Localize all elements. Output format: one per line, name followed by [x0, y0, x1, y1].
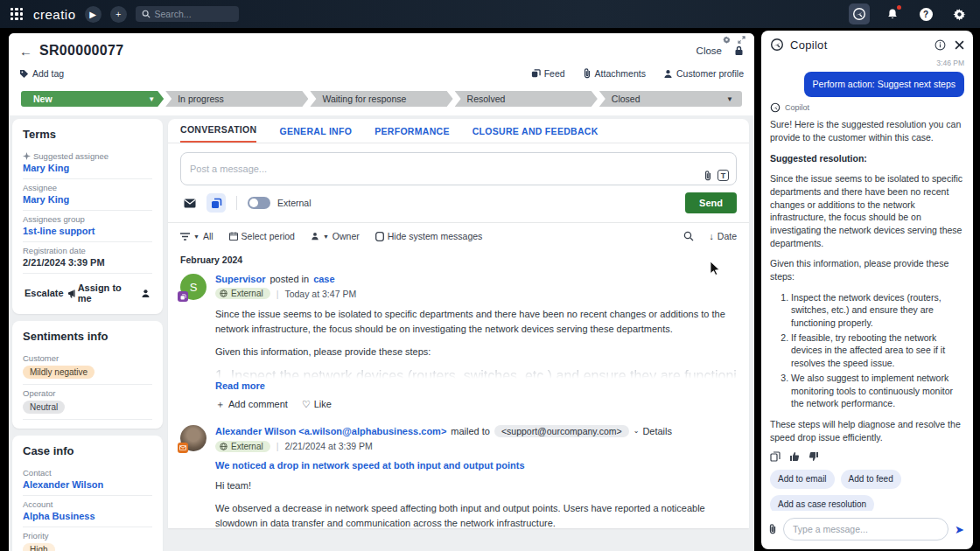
tab-closure-feedback[interactable]: CLOSURE AND FEEDBACK: [472, 126, 598, 143]
feed-message-supervisor: S Supervisor posted in case: [180, 274, 737, 411]
case-header: ← SR00000077 Close Add tag Feed Attachme…: [9, 33, 754, 115]
copilot-attach-icon[interactable]: [768, 524, 777, 534]
notifications-button[interactable]: [882, 3, 903, 24]
hide-system-messages-toggle[interactable]: Hide system messages: [375, 231, 483, 241]
copilot-toggle-button[interactable]: [849, 3, 870, 24]
contact-field[interactable]: Contact Alexander Wilson: [23, 464, 152, 496]
assign-to-me-button[interactable]: Assign to me: [78, 282, 150, 303]
message-composer[interactable]: Post a message... T: [180, 152, 737, 185]
calendar-icon: [229, 232, 238, 241]
account-field[interactable]: Account Alpha Business: [23, 496, 152, 527]
chip-add-as-case-resolution[interactable]: Add as case resolution: [770, 495, 874, 511]
copilot-icon: [852, 7, 866, 21]
tab-conversation[interactable]: CONVERSATION: [180, 124, 256, 143]
priority-field[interactable]: Priority High: [23, 527, 152, 551]
stage-resolved[interactable]: Resolved: [455, 91, 598, 107]
registration-date-field[interactable]: Registration date 2/21/2024 3:39 PM: [23, 242, 152, 274]
operator-sentiment-field: Operator Neutral: [23, 385, 152, 420]
composer-placeholder: Post a message...: [190, 164, 267, 174]
person-icon: [663, 69, 673, 79]
message-paragraph: Given this information, please provide t…: [215, 345, 737, 359]
message-feed[interactable]: February 2024 S Supervisor posted in cas: [168, 249, 749, 528]
email-channel-button[interactable]: [180, 193, 200, 213]
operator-sentiment-badge: Neutral: [23, 401, 65, 414]
copilot-message-input[interactable]: [783, 518, 948, 541]
email-author-link[interactable]: Alexander Wilson <a.wilson@alphabusiness…: [215, 426, 446, 436]
close-icon[interactable]: [955, 40, 964, 50]
help-button[interactable]: ?: [915, 3, 936, 24]
tab-performance[interactable]: PERFORMANCE: [374, 126, 450, 143]
feed-channel-button[interactable]: [206, 193, 226, 213]
read-more-link[interactable]: Read more: [215, 380, 737, 391]
format-text-icon[interactable]: T: [718, 170, 729, 181]
search-placeholder: Search...: [155, 9, 192, 19]
run-process-button[interactable]: ▶: [85, 6, 102, 23]
message-time: 2/21/2024 at 3:39 PM: [284, 441, 372, 451]
chip-add-to-feed[interactable]: Add to feed: [841, 470, 901, 489]
filter-select-period[interactable]: Select period: [229, 231, 295, 241]
email-details-toggle[interactable]: ⌄ Details: [634, 426, 672, 436]
add-comment-button[interactable]: ＋ Add comment: [215, 398, 288, 411]
tab-general-info[interactable]: GENERAL INFO: [279, 126, 352, 143]
send-button[interactable]: Send: [685, 192, 737, 213]
message-author-link[interactable]: Supervisor: [215, 274, 265, 284]
filter-all[interactable]: ▼ All: [180, 231, 214, 241]
copilot-conversation[interactable]: 3:46 PM Perform action: Suggest next ste…: [761, 57, 973, 511]
expand-icon[interactable]: [738, 36, 746, 44]
sentiments-title: Sentiments info: [23, 330, 152, 343]
settings-button[interactable]: [948, 3, 970, 24]
message-time: Today at 3:47 PM: [284, 289, 356, 299]
global-search-input[interactable]: Search...: [136, 6, 239, 22]
external-toggle[interactable]: [248, 197, 270, 209]
case-stage-bar: New▼ In progress Waiting for response Re…: [19, 84, 744, 115]
page-settings-icon[interactable]: [723, 36, 731, 44]
stage-in-progress[interactable]: In progress: [165, 91, 308, 107]
message-target-link[interactable]: case: [313, 274, 334, 284]
copilot-user-bubble: Perform action: Suggest next steps: [804, 72, 964, 97]
thumbs-up-icon[interactable]: [789, 451, 800, 462]
owner-icon: [311, 232, 319, 241]
email-recipient-pill[interactable]: <support@ourcompany.com>: [494, 425, 629, 437]
checkbox-icon: [375, 232, 384, 241]
stage-new[interactable]: New▼: [21, 91, 164, 107]
stage-waiting[interactable]: Waiting for response: [310, 91, 452, 107]
globe-icon: [220, 289, 228, 297]
date-separator: February 2024: [180, 255, 737, 265]
chip-add-to-email[interactable]: Add to email: [770, 470, 835, 489]
back-button[interactable]: ←: [19, 44, 32, 59]
top-navbar: creatio ▶ ＋ Search... ?: [0, 0, 980, 28]
filter-owner[interactable]: ▼ Owner: [311, 231, 360, 241]
feed-channel-icon: [211, 198, 222, 209]
attach-icon[interactable]: [704, 171, 712, 181]
assignees-group-field[interactable]: Assignees group 1st-line support: [23, 211, 152, 242]
feed-search-icon[interactable]: [683, 231, 694, 241]
escalate-button[interactable]: Escalate: [24, 282, 78, 303]
person-plus-icon: [141, 289, 150, 298]
suggested-assignee-field[interactable]: Suggested assignee Mary King: [23, 148, 152, 179]
terms-card: Terms Suggested assignee Mary King Assig…: [12, 119, 163, 314]
like-button[interactable]: ♡ Like: [302, 398, 332, 411]
terms-title: Terms: [23, 128, 152, 141]
message-paragraph: Hi team!: [215, 478, 737, 493]
customer-profile-button[interactable]: Customer profile: [663, 68, 744, 79]
thumbs-down-icon[interactable]: [808, 451, 819, 462]
lock-icon[interactable]: [734, 45, 744, 56]
close-button[interactable]: Close: [696, 45, 722, 56]
quick-add-button[interactable]: ＋: [110, 6, 127, 23]
feed-button[interactable]: Feed: [531, 68, 565, 79]
email-subject-link[interactable]: We noticed a drop in network speed at bo…: [215, 460, 737, 471]
app-grid-icon[interactable]: [10, 8, 23, 20]
stage-closed[interactable]: Closed▼: [599, 91, 742, 107]
attachments-button[interactable]: Attachments: [583, 68, 646, 79]
case-info-card: Case info Contact Alexander Wilson Accou…: [12, 436, 163, 551]
copilot-text: Given this information, please provide t…: [770, 257, 964, 282]
sort-by-date[interactable]: ↓ Date: [710, 231, 737, 241]
copilot-send-button[interactable]: ➤: [955, 523, 964, 536]
copy-icon[interactable]: [770, 451, 780, 462]
avatar: S: [180, 274, 206, 300]
feed-message-email: Alexander Wilson <a.wilson@alphabusiness…: [180, 425, 737, 529]
info-icon[interactable]: [934, 39, 946, 51]
add-tag-button[interactable]: Add tag: [19, 68, 64, 79]
globe-icon: [220, 443, 228, 450]
assignee-field[interactable]: Assignee Mary King: [23, 179, 152, 211]
